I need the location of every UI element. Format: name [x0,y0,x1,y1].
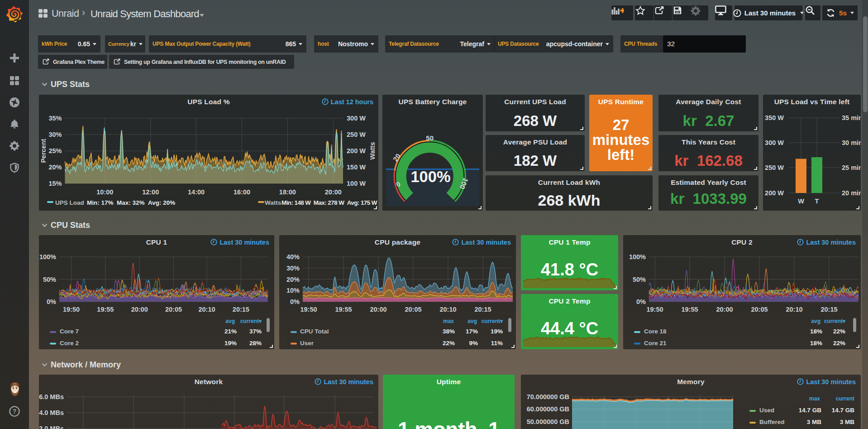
svg-text:3 MB: 3 MB [807,419,822,425]
svg-text:max: max [443,318,454,324]
svg-text:19:55: 19:55 [97,306,114,313]
svg-text:35 min: 35 min [842,114,861,121]
svg-text:35%: 35% [48,115,62,122]
svg-text:Watts: Watts [369,142,376,160]
svg-text:0%: 0% [47,298,56,305]
svg-text:18%: 18% [810,328,822,335]
svg-text:avg: avg [811,318,820,324]
svg-text:3 MB: 3 MB [840,419,855,425]
svg-text:10:00: 10:00 [96,188,113,196]
svg-text:avg: avg [225,318,235,324]
svg-text:19:50: 19:50 [300,306,317,313]
svg-text:250 W: 250 W [765,164,784,171]
svg-text:200 W: 200 W [347,147,366,154]
svg-text:20:05: 20:05 [405,306,421,313]
svg-text:14:00: 14:00 [188,188,205,196]
svg-text:Min: 148 W Max: 278 W Avg: 1: Min: 148 W Max: 278 W Avg: 175 W [281,199,377,206]
svg-text:30%: 30% [286,265,300,272]
svg-text:38%: 38% [443,328,455,335]
svg-text:14.7 GB: 14.7 GB [799,407,822,414]
svg-text:0%: 0% [290,298,300,305]
svg-text:T: T [815,198,819,205]
svg-text:Core 21: Core 21 [644,340,667,347]
svg-text:18%: 18% [810,340,822,347]
svg-text:4.0 MBs: 4.0 MBs [39,409,64,416]
svg-text:28%: 28% [249,340,262,347]
svg-text:20%: 20% [286,276,300,283]
svg-text:Core 18: Core 18 [644,328,667,335]
svg-text:Core 2: Core 2 [60,340,79,347]
svg-text:Core 7: Core 7 [60,328,79,335]
svg-text:6.0 MBs: 6.0 MBs [39,393,64,400]
svg-text:100 W: 100 W [347,180,366,187]
svg-text:20:00: 20:00 [131,306,148,313]
svg-text:Buffered: Buffered [759,419,785,425]
svg-text:16:00: 16:00 [234,188,250,196]
svg-text:19:55: 19:55 [335,306,352,313]
svg-text:300 W: 300 W [347,115,366,122]
svg-text:60.000000 GB: 60.000000 GB [527,405,569,413]
svg-text:350 W: 350 W [765,114,784,121]
svg-text:CPU Total: CPU Total [300,328,329,335]
svg-text:250 W: 250 W [347,131,366,138]
svg-text:11%: 11% [491,340,503,347]
svg-text:15%: 15% [48,180,62,187]
svg-text:19%: 19% [224,340,237,347]
svg-text:20:05: 20:05 [165,306,182,313]
svg-text:20:15: 20:15 [474,306,491,313]
svg-text:Used: Used [759,407,774,414]
svg-text:37%: 37% [249,328,262,335]
svg-text:22%: 22% [833,328,845,335]
svg-text:9%: 9% [469,340,478,347]
svg-text:25 min: 25 min [842,164,861,171]
svg-text:18:00: 18:00 [279,188,296,196]
svg-text:17%: 17% [466,328,478,335]
svg-text:300 W: 300 W [765,139,784,146]
svg-text:?: ? [13,408,17,415]
svg-text:21%: 21% [224,328,237,335]
svg-text:Watts: Watts [265,199,281,206]
svg-text:70.000000 GB: 70.000000 GB [527,393,569,400]
svg-text:20:05: 20:05 [751,306,768,313]
svg-text:20:00: 20:00 [370,306,386,313]
svg-text:20:15: 20:15 [820,306,837,313]
svg-text:40%: 40% [286,253,300,260]
svg-text:0%: 0% [636,298,646,305]
svg-text:19:50: 19:50 [63,306,80,313]
svg-text:150 W: 150 W [347,164,366,171]
svg-text:19%: 19% [491,328,503,335]
svg-text:19:55: 19:55 [681,306,698,313]
svg-text:UPS Load: UPS Load [55,199,84,206]
svg-text:50: 50 [426,134,434,142]
svg-text:20:10: 20:10 [786,306,802,313]
svg-text:22%: 22% [833,340,845,347]
svg-text:20%: 20% [48,164,62,171]
svg-text:20:10: 20:10 [198,306,215,313]
svg-text:100%: 100% [410,168,450,185]
svg-text:14.7 GB: 14.7 GB [832,407,855,414]
svg-text:Percent: Percent [40,139,47,163]
svg-text:100%: 100% [629,253,646,260]
svg-text:W: W [798,198,804,205]
svg-text:current▾: current▾ [824,318,846,324]
svg-text:100%: 100% [39,253,56,260]
svg-text:avg: avg [467,318,477,324]
svg-text:20:10: 20:10 [439,306,456,313]
svg-text:200 W: 200 W [765,189,784,197]
svg-text:30 min: 30 min [842,139,861,146]
svg-text:Min: 17% Max: 32% Avg: 20%: Min: 17% Max: 32% Avg: 20% [87,199,175,206]
svg-text:current▾: current▾ [240,318,262,324]
svg-text:User: User [300,340,314,347]
svg-text:max: max [809,395,820,402]
svg-text:50%: 50% [633,276,646,283]
svg-text:12:00: 12:00 [142,188,159,196]
svg-text:25%: 25% [48,147,62,154]
svg-text:2.0 MBs: 2.0 MBs [39,425,64,429]
svg-text:10%: 10% [286,287,300,294]
svg-text:20:15: 20:15 [233,306,249,313]
svg-text:20:00: 20:00 [325,188,342,196]
svg-text:current▾: current▾ [482,318,503,324]
svg-text:current: current [836,395,854,402]
svg-text:20:00: 20:00 [716,306,733,313]
svg-text:22%: 22% [443,340,455,347]
